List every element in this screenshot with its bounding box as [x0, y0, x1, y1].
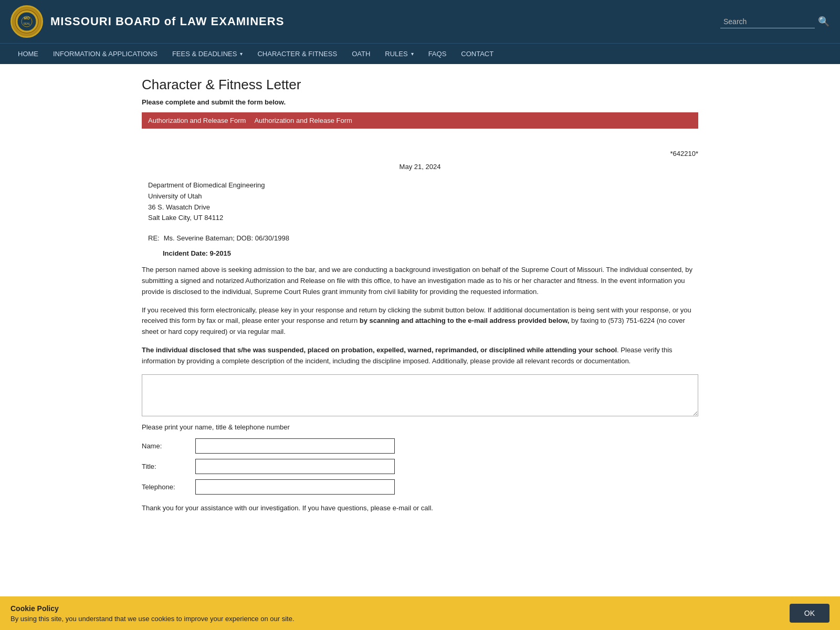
- thank-you-text: Thank you for your assistance with our i…: [142, 504, 698, 512]
- breadcrumb-link-2[interactable]: Authorization and Release Form: [254, 117, 352, 124]
- svg-point-1: [17, 12, 36, 31]
- telephone-input[interactable]: [195, 479, 395, 495]
- site-logo: MO SEAL: [10, 5, 43, 38]
- page-title: Character & Fitness Letter: [142, 77, 698, 93]
- letter-area: *642210* May 21, 2024 Department of Biom…: [142, 139, 698, 522]
- title-input[interactable]: [195, 459, 395, 474]
- re-line: RE: Ms. Severine Bateman; DOB: 06/30/199…: [148, 234, 698, 242]
- nav-home[interactable]: HOME: [10, 44, 46, 64]
- header-left: MO SEAL MISSOURI BOARD of LAW EXAMINERS: [10, 5, 284, 38]
- nav-oath[interactable]: OATH: [344, 44, 377, 64]
- breadcrumb-bar: Authorization and Release Form Authoriza…: [142, 112, 698, 129]
- letter-ref-number: *642210*: [142, 150, 698, 158]
- search-input[interactable]: [720, 15, 815, 28]
- name-row: Name:: [142, 438, 698, 454]
- nav-character[interactable]: CHARACTER & FITNESS: [250, 44, 344, 64]
- title-row: Title:: [142, 459, 698, 474]
- letter-date: May 21, 2024: [142, 163, 698, 171]
- page-subtitle: Please complete and submit the form belo…: [142, 98, 698, 106]
- main-content: Character & Fitness Letter Please comple…: [131, 64, 709, 543]
- address-block: Department of Biomedical Engineering Uni…: [148, 180, 698, 224]
- response-textarea[interactable]: [142, 374, 698, 416]
- search-area: 🔍: [720, 15, 830, 28]
- header: MO SEAL MISSOURI BOARD of LAW EXAMINERS …: [0, 0, 840, 43]
- site-title: MISSOURI BOARD of LAW EXAMINERS: [50, 15, 284, 28]
- nav-rules[interactable]: RULES ▾: [377, 44, 421, 64]
- nav-fees[interactable]: FEES & DEADLINES ▾: [165, 44, 250, 64]
- body-para-2: If you received this form electronically…: [142, 305, 698, 338]
- name-label: Name:: [142, 442, 189, 450]
- telephone-row: Telephone:: [142, 479, 698, 495]
- nav-faqs[interactable]: FAQS: [421, 44, 454, 64]
- fees-dropdown-arrow: ▾: [240, 51, 243, 57]
- incident-line: Incident Date: 9-2015: [163, 249, 698, 257]
- title-label: Title:: [142, 463, 189, 470]
- search-button[interactable]: 🔍: [818, 16, 830, 27]
- svg-text:SEAL: SEAL: [24, 22, 30, 25]
- address-line1: Department of Biomedical Engineering: [148, 180, 698, 191]
- address-line4: Salt Lake City, UT 84112: [148, 213, 698, 224]
- body-para-1: The person named above is seeking admiss…: [142, 265, 698, 297]
- body-para-3: The individual disclosed that s/he was s…: [142, 345, 698, 367]
- incident-label: Incident Date: 9-2015: [163, 249, 231, 257]
- nav-contact[interactable]: CONTACT: [454, 44, 501, 64]
- para2-bold: by scanning and attaching to the e-mail …: [360, 317, 570, 324]
- breadcrumb-link-1[interactable]: Authorization and Release Form: [148, 117, 246, 124]
- name-input[interactable]: [195, 438, 395, 454]
- main-nav: HOME INFORMATION & APPLICATIONS FEES & D…: [0, 43, 840, 64]
- re-value: Ms. Severine Bateman; DOB: 06/30/1998: [164, 234, 289, 242]
- re-label: RE:: [148, 234, 160, 242]
- address-line3: 36 S. Wasatch Drive: [148, 202, 698, 213]
- para3-bold: The individual disclosed that s/he was s…: [142, 346, 617, 354]
- print-label: Please print your name, title & telephon…: [142, 423, 698, 431]
- nav-info[interactable]: INFORMATION & APPLICATIONS: [46, 44, 165, 64]
- rules-dropdown-arrow: ▾: [411, 51, 414, 57]
- address-line2: University of Utah: [148, 191, 698, 202]
- telephone-label: Telephone:: [142, 483, 189, 491]
